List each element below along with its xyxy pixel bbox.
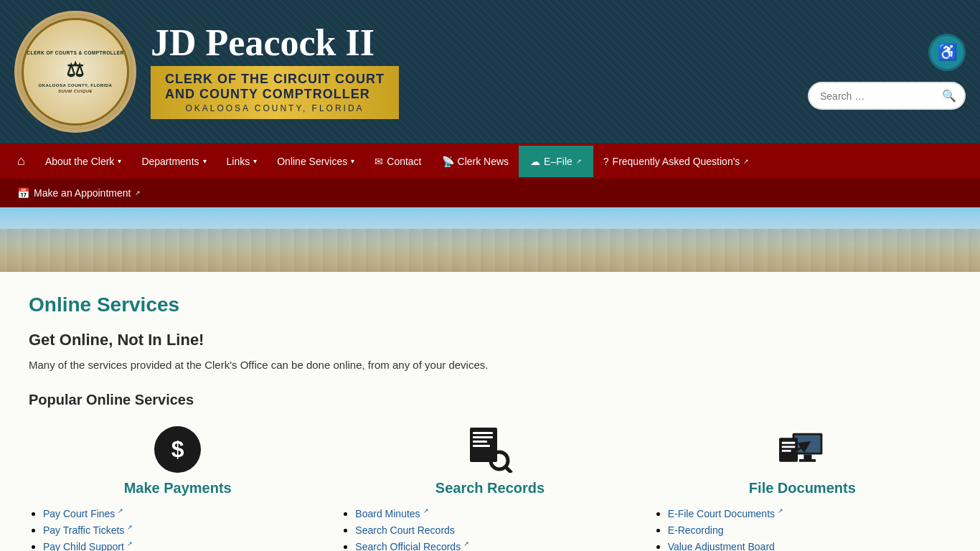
- logo-area: Clerk of Courts & Comptroller ⚖ Okaloosa…: [14, 11, 808, 133]
- list-item: Pay Traffic Tickets ↗: [43, 524, 326, 537]
- nav-clerk-news[interactable]: 📡 Clerk News: [432, 146, 519, 177]
- main-content: Online Services Get Online, Not In Line!…: [0, 272, 980, 551]
- nav-contact[interactable]: ✉ Contact: [364, 146, 431, 177]
- svg-line-6: [506, 467, 512, 473]
- pay-court-fines-link[interactable]: Pay Court Fines ↗: [43, 508, 123, 519]
- nav-online-services[interactable]: Online Services: [267, 146, 364, 177]
- svg-rect-3: [473, 441, 487, 443]
- services-grid: $ Make Payments Pay Court Fines ↗ Pay Tr…: [29, 426, 951, 551]
- svg-rect-4: [473, 445, 490, 447]
- dollar-icon: $: [154, 426, 201, 473]
- list-item: E-Recording: [668, 524, 951, 537]
- header-subtitle-line1: Clerk of the Circuit Court: [165, 72, 385, 87]
- file-documents-icon: [779, 426, 826, 473]
- nav-faq[interactable]: ? Frequently Asked Question's ↗: [593, 146, 760, 177]
- file-documents-title[interactable]: File Documents: [749, 480, 856, 496]
- svg-rect-13: [782, 446, 796, 448]
- search-button[interactable]: 🔍: [942, 89, 956, 103]
- file-documents-links: E-File Court Documents ↗ E-Recording Val…: [654, 507, 951, 551]
- search-input[interactable]: [820, 90, 942, 102]
- erecording-link[interactable]: E-Recording: [668, 524, 724, 536]
- hero-banner: [0, 207, 980, 272]
- pay-child-support-link[interactable]: Pay Child Support ↗: [43, 541, 133, 551]
- search-records-links: Board Minutes ↗ Search Court Records Sea…: [341, 507, 639, 551]
- header-title: JD Peacock II Clerk of the Circuit Court…: [151, 24, 399, 119]
- svg-rect-1: [473, 432, 493, 434]
- county-seal: Clerk of Courts & Comptroller ⚖ Okaloosa…: [14, 11, 136, 133]
- service-make-payments: $ Make Payments Pay Court Fines ↗ Pay Tr…: [29, 426, 326, 551]
- popular-services-heading: Popular Online Services: [29, 392, 951, 408]
- nav-efile[interactable]: ☁ E–File ↗: [519, 146, 593, 177]
- list-item: Pay Child Support ↗: [43, 540, 326, 551]
- search-box: 🔍: [808, 82, 966, 110]
- list-item: Board Minutes ↗: [355, 507, 639, 520]
- service-search-records: Search Records Board Minutes ↗ Search Co…: [341, 426, 639, 551]
- make-payments-title[interactable]: Make Payments: [124, 480, 232, 496]
- board-minutes-link[interactable]: Board Minutes ↗: [355, 508, 428, 519]
- list-item: E-File Court Documents ↗: [668, 507, 951, 520]
- svg-rect-2: [473, 436, 493, 438]
- nav-departments[interactable]: Departments: [131, 146, 216, 177]
- search-records-svg: [466, 426, 513, 473]
- file-documents-svg: [779, 428, 826, 471]
- svg-rect-10: [799, 459, 816, 462]
- page-heading: Get Online, Not In Line!: [29, 331, 951, 349]
- search-records-title[interactable]: Search Records: [435, 480, 545, 496]
- header-right: ♿ 🔍: [808, 34, 966, 110]
- primary-nav: ⌂ About the Clerk Departments Links Onli…: [0, 143, 980, 179]
- service-file-documents: File Documents E-File Court Documents ↗ …: [654, 426, 951, 551]
- svg-rect-14: [782, 450, 791, 452]
- svg-rect-12: [782, 441, 796, 443]
- svg-rect-9: [804, 454, 811, 459]
- header-subtitle-block: Clerk of the Circuit Court and County Co…: [151, 66, 399, 119]
- accessibility-icon: ♿: [938, 43, 957, 62]
- nav-home[interactable]: ⌂: [7, 143, 35, 179]
- home-icon: ⌂: [17, 154, 25, 169]
- intro-paragraph: Many of the services provided at the Cle…: [29, 357, 951, 374]
- list-item: Search Official Records ↗: [355, 540, 639, 551]
- pay-traffic-tickets-link[interactable]: Pay Traffic Tickets ↗: [43, 524, 133, 536]
- list-item: Pay Court Fines ↗: [43, 507, 326, 520]
- search-official-records-link[interactable]: Search Official Records ↗: [355, 541, 469, 551]
- page-title: Online Services: [29, 293, 951, 316]
- value-adjustment-link[interactable]: Value Adjustment Board: [668, 541, 775, 551]
- search-records-icon: [466, 426, 513, 473]
- appt-ext-icon: ↗: [135, 189, 141, 197]
- efile-court-docs-link[interactable]: E-File Court Documents ↗: [668, 508, 783, 519]
- faq-ext-icon: ↗: [743, 158, 749, 165]
- nav-links[interactable]: Links: [217, 146, 268, 177]
- site-name: JD Peacock II: [151, 24, 399, 62]
- search-court-records-link[interactable]: Search Court Records: [355, 524, 455, 536]
- accessibility-button[interactable]: ♿: [928, 34, 966, 71]
- make-payments-links: Pay Court Fines ↗ Pay Traffic Tickets ↗ …: [29, 507, 326, 551]
- header-location: Okaloosa County, Florida: [165, 103, 385, 113]
- list-item: Value Adjustment Board: [668, 540, 951, 551]
- nav-make-appointment[interactable]: 📅 Make an Appointment ↗: [7, 179, 151, 207]
- nav-about-clerk[interactable]: About the Clerk: [35, 146, 132, 177]
- list-item: Search Court Records: [355, 524, 639, 537]
- site-header: Clerk of Courts & Comptroller ⚖ Okaloosa…: [0, 0, 980, 143]
- secondary-nav: 📅 Make an Appointment ↗: [0, 179, 980, 207]
- header-subtitle-line2: and County Comptroller: [165, 87, 385, 102]
- efile-ext-icon: ↗: [576, 158, 582, 165]
